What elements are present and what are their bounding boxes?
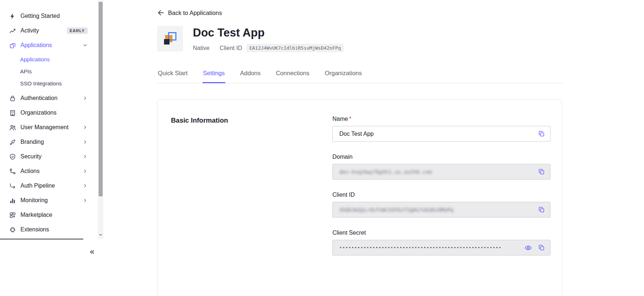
sidebar-item-getting-started[interactable]: Getting Started bbox=[0, 9, 106, 23]
applications-icon bbox=[9, 42, 16, 49]
sidebar-item-branding[interactable]: Branding bbox=[0, 135, 106, 149]
client-id-field-label: Client ID bbox=[332, 192, 550, 198]
paintbrush-icon bbox=[9, 138, 16, 146]
sidebar-item-organizations[interactable]: Organizations bbox=[0, 105, 106, 120]
client-id-field-group: Client ID XhQk3mZpLr8vTnWc5dYbJf2gHs7uEa… bbox=[332, 192, 550, 218]
main-content: Back to Applications Doc Test App Native… bbox=[106, 0, 644, 296]
sidebar-item-label: Extensions bbox=[20, 226, 88, 233]
sidebar-scrollbar[interactable] bbox=[98, 0, 103, 239]
sidebar-item-monitoring[interactable]: Monitoring bbox=[0, 193, 106, 208]
sidebar-item-security[interactable]: Security bbox=[0, 149, 106, 164]
sidebar-footer-divider bbox=[0, 239, 83, 239]
chevron-down-icon bbox=[83, 43, 88, 48]
sidebar-item-marketplace[interactable]: Marketplace bbox=[0, 208, 106, 222]
submenu-item-label: APIs bbox=[20, 68, 32, 74]
sidebar-item-extensions[interactable]: Extensions bbox=[0, 222, 106, 237]
domain-field-label: Domain bbox=[332, 154, 550, 160]
client-secret-input: ••••••••••••••••••••••••••••••••••••••••… bbox=[332, 240, 550, 255]
tab-connections[interactable]: Connections bbox=[275, 70, 310, 83]
chevron-right-icon bbox=[83, 154, 88, 159]
sidebar-item-label: User Management bbox=[20, 124, 83, 131]
name-field-label: Name* bbox=[332, 116, 550, 122]
tab-settings[interactable]: Settings bbox=[202, 70, 226, 83]
back-link-label: Back to Applications bbox=[168, 9, 222, 16]
tab-addons[interactable]: Addons bbox=[239, 70, 261, 83]
client-id-badge[interactable]: EA12J4WvUK7cIdlbiR5sxMjWsD42nFPq bbox=[247, 44, 344, 52]
page-title: Doc Test App bbox=[193, 26, 344, 39]
client-id-redacted-value: XhQk3mZpLr8vTnWc5dYbJf2gHs7uEaKx9MoPq bbox=[339, 207, 453, 213]
sidebar-item-label: Applications bbox=[20, 42, 83, 49]
app-logo bbox=[157, 26, 183, 51]
sidebar-item-label: Activity bbox=[20, 27, 63, 34]
sidebar-item-activity[interactable]: Activity EARLY bbox=[0, 23, 106, 38]
sidebar-nav: Getting Started Activity EARLY Applicati… bbox=[0, 0, 106, 237]
sidebar: Getting Started Activity EARLY Applicati… bbox=[0, 0, 106, 296]
pipeline-icon bbox=[9, 182, 16, 189]
submenu-item-label: SSO Integrations bbox=[20, 80, 62, 87]
basic-information-card: Basic Information Name* Domain bbox=[157, 99, 562, 296]
domain-field-group: Domain dev-hxqzkwy7bp9t1.us.auth0.com bbox=[332, 154, 550, 180]
activity-icon bbox=[9, 27, 16, 34]
chevron-right-icon bbox=[83, 96, 88, 101]
domain-redacted-value: dev-hxqzkwy7bp9t1.us.auth0.com bbox=[339, 169, 432, 175]
tab-organizations[interactable]: Organizations bbox=[324, 70, 363, 83]
copy-icon bbox=[538, 130, 545, 137]
domain-input: dev-hxqzkwy7bp9t1.us.auth0.com bbox=[332, 164, 550, 180]
app-header: Doc Test App Native Client ID EA12J4WvUK… bbox=[157, 26, 644, 52]
copy-domain-button[interactable] bbox=[537, 168, 545, 176]
section-title: Basic Information bbox=[171, 116, 332, 124]
client-secret-field-label: Client Secret bbox=[332, 230, 550, 236]
client-secret-field-group: Client Secret ••••••••••••••••••••••••••… bbox=[332, 230, 550, 255]
required-marker: * bbox=[349, 116, 351, 122]
chevron-right-icon bbox=[83, 183, 88, 188]
collapse-sidebar-button[interactable]: « bbox=[87, 247, 97, 257]
sidebar-item-label: Monitoring bbox=[20, 197, 83, 204]
name-field-group: Name* bbox=[332, 116, 550, 142]
client-id-input: XhQk3mZpLr8vTnWc5dYbJf2gHs7uEaKx9MoPq bbox=[332, 202, 550, 218]
copy-icon bbox=[538, 168, 545, 175]
sidebar-item-applications[interactable]: Applications bbox=[0, 38, 106, 53]
sidebar-item-label: Security bbox=[20, 153, 83, 160]
copy-client-id-button[interactable] bbox=[537, 206, 545, 214]
sidebar-item-label: Getting Started bbox=[20, 13, 88, 19]
copy-name-button[interactable] bbox=[537, 130, 545, 138]
layered-squares-icon bbox=[162, 31, 178, 47]
early-badge: EARLY bbox=[67, 27, 88, 34]
submenu-item-apis[interactable]: APIs bbox=[0, 65, 106, 77]
eye-icon bbox=[525, 244, 532, 251]
client-id-label: Client ID bbox=[220, 45, 242, 51]
sidebar-item-auth-pipeline[interactable]: Auth Pipeline bbox=[0, 178, 106, 193]
sidebar-item-label: Marketplace bbox=[20, 212, 88, 218]
sidebar-item-actions[interactable]: Actions bbox=[0, 164, 106, 178]
submenu-item-label: Applications bbox=[20, 56, 50, 62]
chevron-right-icon bbox=[83, 139, 88, 145]
sidebar-item-user-management[interactable]: User Management bbox=[0, 120, 106, 135]
bar-chart-icon bbox=[9, 197, 16, 204]
sidebar-item-label: Actions bbox=[20, 168, 83, 174]
sidebar-item-authentication[interactable]: Authentication bbox=[0, 91, 106, 105]
back-arrow-icon bbox=[157, 9, 164, 16]
submenu-item-applications[interactable]: Applications bbox=[0, 53, 106, 65]
building-icon bbox=[9, 109, 16, 116]
copy-icon bbox=[538, 244, 545, 251]
shield-icon bbox=[9, 153, 16, 160]
grid-plus-icon bbox=[9, 211, 16, 219]
scrollbar-thumb[interactable] bbox=[99, 2, 103, 196]
sidebar-item-label: Organizations bbox=[20, 109, 88, 116]
sidebar-item-label: Authentication bbox=[20, 95, 83, 101]
copy-client-secret-button[interactable] bbox=[537, 244, 545, 252]
submenu-item-sso-integrations[interactable]: SSO Integrations bbox=[0, 77, 106, 89]
chevron-right-icon bbox=[83, 198, 88, 203]
sidebar-item-label: Branding bbox=[20, 139, 83, 145]
scrollbar-down-arrow-icon[interactable] bbox=[98, 231, 103, 238]
tab-quick-start[interactable]: Quick Start bbox=[157, 70, 188, 83]
reveal-client-secret-button[interactable] bbox=[524, 244, 532, 252]
app-type-label: Native bbox=[193, 45, 209, 51]
copy-icon bbox=[538, 206, 545, 213]
lock-icon bbox=[9, 95, 16, 102]
name-input[interactable] bbox=[332, 126, 550, 142]
users-icon bbox=[9, 124, 16, 131]
workflow-icon bbox=[9, 168, 16, 175]
back-to-applications-link[interactable]: Back to Applications bbox=[157, 9, 222, 16]
rocket-icon bbox=[9, 12, 16, 20]
